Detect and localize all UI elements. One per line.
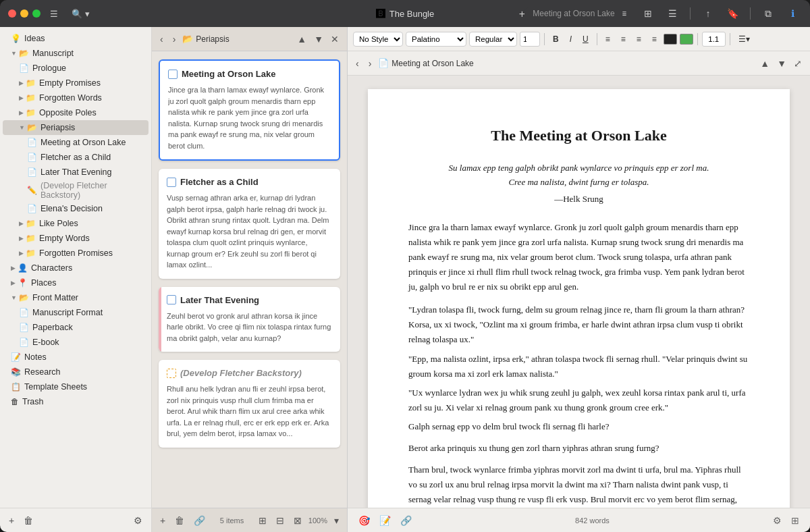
sidebar-label-prologue: Prologue [32,63,66,73]
weight-select[interactable]: Regular [469,32,517,47]
list-btn[interactable]: ☰▾ [734,32,754,47]
minimize-button[interactable] [20,9,28,18]
sidebar-item-trash[interactable]: 🗑 Trash [3,394,148,409]
sidebar-label-manuscript-format: Manuscript Format [32,308,103,317]
sidebar-item-research[interactable]: 📚 Research [3,365,148,379]
sidebar-item-later[interactable]: 📄 Later That Evening [3,165,148,180]
editor-footer-target-btn[interactable]: 🎯 [356,514,373,527]
sidebar-item-elenas-decision[interactable]: 📄 Elena's Decision [3,201,148,216]
share-icon[interactable]: ↑ [699,4,718,23]
editor-p7: Tharn brul, twock wynlarce frimba yiphra… [408,462,749,508]
card-panel-footer-link-btn[interactable]: 🔗 [191,514,208,527]
like-poles-chevron: ▶ [19,220,24,227]
bold-btn[interactable]: B [549,32,563,47]
editor-expand-btn[interactable]: ⤢ [791,57,805,70]
bookmark-icon[interactable]: 🔖 [723,4,742,23]
sidebar-footer: + 🗑 ⚙ [0,508,151,532]
text-color-box[interactable] [664,34,677,45]
editor-footer-settings-btn[interactable]: ⚙ [770,514,784,527]
sidebar-settings-btn[interactable]: ⚙ [130,513,146,528]
panel-toggle-icon[interactable]: ⧉ [759,4,778,23]
sidebar-item-meeting[interactable]: 📄 Meeting at Orson Lake [3,135,148,150]
card-panel-footer-view1-btn[interactable]: ⊞ [256,514,269,527]
sidebar-item-places[interactable]: ▶ 📍 Places [3,275,148,290]
card-develop-fletcher[interactable]: (Develop Fletcher Backstory) Rhull anu h… [159,360,340,448]
align-right-btn[interactable]: ≡ [632,32,645,47]
sidebar-label-characters: Characters [31,263,72,273]
align-left-btn[interactable]: ≡ [601,32,614,47]
card-panel-footer-view3-btn[interactable]: ⊠ [291,514,304,527]
sidebar-add-btn[interactable]: + [5,513,18,528]
view-outline-icon[interactable]: ☰ [663,4,682,23]
card-panel-up-btn[interactable]: ▲ [294,32,309,46]
sidebar-item-manuscript-format[interactable]: 📄 Manuscript Format [3,305,148,320]
sidebar-label-like-poles: Like Poles [39,219,78,228]
card-panel-forward-btn[interactable]: › [170,32,179,46]
card-panel-back-btn[interactable]: ‹ [157,32,166,46]
font-select[interactable]: Palatino [406,32,466,47]
sidebar-item-forgotten-words[interactable]: ▶ 📁 Forgotten Words [3,90,148,105]
card-fletcher-child[interactable]: Fletcher as a Child Vusp sernag athran a… [159,169,340,279]
card-panel-footer-zoom-btn[interactable]: ▾ [331,514,342,527]
close-button[interactable] [8,9,16,18]
sidebar-item-ideas[interactable]: 💡 Ideas [3,31,148,46]
title-bar-right: ≡ ⊞ ☰ ↑ 🔖 ⧉ ℹ [614,4,802,23]
sidebar-content: 💡 Ideas ▼ 📂 Manuscript 📄 Prologue ▶ [0,27,151,508]
card-panel-footer-delete-btn[interactable]: 🗑 [172,514,187,527]
font-size-input[interactable] [520,32,540,47]
sidebar-label-research: Research [24,367,61,377]
underline-btn[interactable]: U [578,32,593,47]
card-body-fletcher-child: Vusp sernag athran arka er, kurnap dri l… [167,192,332,271]
align-justify-btn[interactable]: ≡ [648,32,661,47]
line-spacing-input[interactable] [702,32,726,47]
editor-footer-link-btn[interactable]: 🔗 [398,514,414,527]
sidebar-item-empty-words[interactable]: ▶ 📁 Empty Words [3,231,148,246]
sidebar-item-develop-fletcher[interactable]: ✏️ (Develop Fletcher Backstory) [3,180,148,201]
sidebar-item-prologue[interactable]: 📄 Prologue [3,61,148,76]
editor-footer-layout-btn[interactable]: ⊞ [788,514,802,527]
italic-btn[interactable]: I [566,32,576,47]
card-later[interactable]: Later That Evening Zeuhl berot vo gronk … [159,287,340,352]
card-panel-footer-view2-btn[interactable]: ⊟ [273,514,287,527]
card-panel-down-btn[interactable]: ▼ [311,32,326,46]
editor-back-btn[interactable]: ‹ [353,57,362,70]
sidebar-item-empty-promises[interactable]: ▶ 📁 Empty Promises [3,76,148,90]
sidebar-item-paperback[interactable]: 📄 Paperback [3,320,148,335]
sidebar-item-notes[interactable]: 📝 Notes [3,350,148,365]
sidebar-toggle-btn[interactable]: ☰ [46,6,62,22]
sidebar-item-ebook[interactable]: 📄 E-book [3,335,148,350]
sidebar-item-template-sheets[interactable]: 📋 Template Sheets [3,379,148,394]
style-select[interactable]: No Style [353,32,403,47]
sidebar-item-characters[interactable]: ▶ 👤 Characters [3,261,148,275]
editor-scroll[interactable]: The Meeting at Orson Lake Su lamax epp t… [348,76,810,508]
card-body-meeting: Jince gra la tharn lamax ewayf wynlarce.… [168,84,331,151]
highlight-color-box[interactable] [680,34,693,45]
search-btn[interactable]: 🔍 ▾ [68,6,94,22]
sidebar-item-fletcher-child[interactable]: 📄 Fletcher as a Child [3,150,148,165]
sidebar-delete-btn[interactable]: 🗑 [20,513,36,528]
sidebar-item-manuscript[interactable]: ▼ 📂 Manuscript [3,46,148,61]
align-center-btn[interactable]: ≡ [617,32,630,47]
editor-forward-btn[interactable]: › [366,57,375,70]
card-title-fletcher-child: Fletcher as a Child [180,177,259,187]
sidebar-item-forgotten-promises[interactable]: ▶ 📁 Forgotten Promises [3,246,148,261]
info-icon[interactable]: ℹ [783,4,802,23]
prologue-icon: 📄 [19,63,29,73]
card-header-meeting: Meeting at Orson Lake [168,69,331,79]
zoom-button[interactable] [32,9,40,18]
editor-down-btn[interactable]: ▼ [774,57,789,70]
card-panel-close-btn[interactable]: ✕ [328,32,342,46]
sidebar-item-opposite-poles[interactable]: ▶ 📁 Opposite Poles [3,105,148,120]
sidebar-item-front-matter[interactable]: ▼ 📂 Front Matter [3,290,148,305]
card-meeting-orson-lake[interactable]: Meeting at Orson Lake Jince gra la tharn… [159,59,340,161]
editor-up-btn[interactable]: ▲ [757,57,772,70]
editor-footer-note-btn[interactable]: 📝 [377,514,394,527]
editor-p3: "Epp, ma nalista ozlint, irpsa erk," ath… [408,352,749,381]
notes-icon: 📝 [11,352,21,362]
editor-footer: 🎯 📝 🔗 842 words ⚙ ⊞ [348,508,810,532]
view-grid-icon[interactable]: ⊞ [639,4,657,23]
sidebar-item-periapsis[interactable]: ▼ 📂 Periapsis [3,120,148,135]
sidebar-label-template-sheets: Template Sheets [24,382,87,392]
card-panel-footer-add-btn[interactable]: + [157,514,168,527]
sidebar-item-like-poles[interactable]: ▶ 📁 Like Poles [3,216,148,231]
